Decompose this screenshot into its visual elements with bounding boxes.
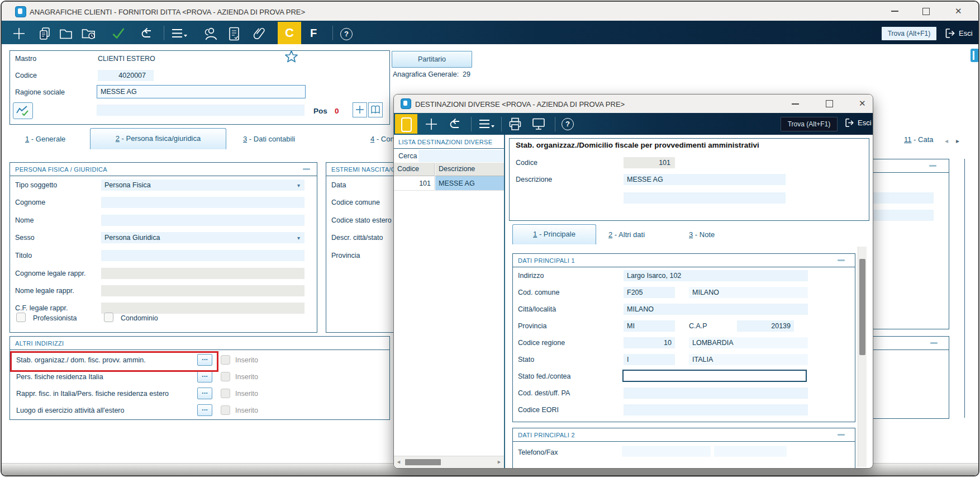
classificazione-clienti-button[interactable]: C: [278, 22, 301, 44]
tab-altri-dati[interactable]: 2 - Altri dati: [608, 230, 645, 239]
divider: [872, 172, 949, 173]
confirm-check-icon[interactable]: [111, 26, 126, 41]
stato-field[interactable]: I: [624, 354, 675, 365]
undo-icon[interactable]: [448, 117, 463, 131]
maximize-icon[interactable]: [922, 8, 930, 15]
modal-descrizione2-field[interactable]: [624, 192, 786, 204]
menu-icon[interactable]: [170, 26, 185, 41]
luogo-esercizio-estero-dots-button[interactable]: ...: [197, 404, 212, 416]
codice-eori-field[interactable]: [624, 404, 808, 415]
attachment-icon[interactable]: [252, 26, 267, 41]
side-panel-toggle-icon[interactable]: [971, 49, 979, 62]
nome-field[interactable]: [101, 215, 305, 226]
print-icon[interactable]: [508, 117, 522, 131]
fornitori-button[interactable]: F: [310, 27, 317, 40]
modal-vertical-scrollbar[interactable]: [858, 247, 867, 467]
tipo-soggetto-dropdown[interactable]: Persona Fisica▾: [101, 180, 305, 191]
telefono-field[interactable]: [622, 446, 711, 457]
cognome-legale-field: [101, 268, 305, 279]
provincia-label: Provincia: [518, 323, 546, 330]
estremi-panel-title: ESTREMI NASCITA/C: [331, 166, 396, 173]
minimize-icon[interactable]: [792, 103, 799, 105]
open-folder-icon[interactable]: [59, 26, 73, 41]
book-lookup-button[interactable]: [368, 102, 383, 117]
folder-history-icon[interactable]: [81, 26, 96, 41]
cf-legale-label: C.F. legale rappr.: [15, 305, 68, 313]
close-icon[interactable]: ✕: [859, 99, 866, 107]
modal-descrizione-label: Descrizione: [516, 176, 552, 184]
cognome-field[interactable]: [101, 197, 305, 208]
condominio-checkbox[interactable]: [104, 313, 113, 322]
stato-fed-input[interactable]: [622, 370, 807, 382]
extra-description-field[interactable]: [97, 105, 305, 116]
modal-descrizione-field[interactable]: MESSE AG: [624, 174, 786, 185]
tab-note[interactable]: 3 - Note: [689, 230, 715, 239]
contacts-icon[interactable]: [203, 26, 217, 41]
provincia-field[interactable]: MI: [624, 320, 675, 332]
add-icon[interactable]: [424, 117, 439, 131]
collapse-minus-icon[interactable]: [838, 434, 845, 436]
collapse-minus-icon[interactable]: [303, 168, 310, 170]
chevron-down-icon: ▾: [297, 182, 300, 188]
panel-toggle-button[interactable]: [395, 114, 417, 134]
professionista-checkbox[interactable]: [16, 313, 26, 322]
sesso-dropdown[interactable]: Persona Giuridica▾: [101, 232, 305, 243]
tab-principale[interactable]: 1 - Principale: [512, 224, 596, 244]
scroll-left-icon[interactable]: ◄: [396, 460, 401, 465]
collapse-minus-icon[interactable]: [838, 259, 845, 261]
divider: [872, 350, 949, 350]
tab-persona-fisica-giuridica[interactable]: 2 - Persona fisica/giuridica: [90, 128, 226, 149]
tab-dati-contabili[interactable]: 3 - Dati contabili: [243, 135, 295, 143]
tabs-scroll-right-icon[interactable]: ▸: [956, 137, 959, 145]
collapse-minus-icon[interactable]: [930, 342, 938, 344]
list-row-descrizione[interactable]: MESSE AG: [435, 176, 504, 191]
copy-record-icon[interactable]: [37, 26, 52, 41]
monitor-icon[interactable]: [531, 117, 546, 131]
pers-fisiche-italia-dots-button[interactable]: ...: [197, 371, 212, 382]
column-header-codice[interactable]: Codice: [394, 163, 435, 176]
undo-icon[interactable]: [139, 26, 154, 41]
cod-dest-field[interactable]: [624, 388, 808, 399]
document-notes-icon[interactable]: [227, 26, 242, 41]
stab-organizaz-dots-button[interactable]: ...: [197, 354, 212, 366]
citta-field[interactable]: MILANO: [624, 304, 808, 315]
andamento-chart-button[interactable]: [13, 102, 33, 119]
indirizzo-field[interactable]: Largo Isarco, 102: [624, 270, 808, 281]
scrollbar-thumb[interactable]: [859, 259, 865, 355]
ragione-sociale-input[interactable]: [97, 85, 306, 98]
partitario-button[interactable]: Partitario: [392, 51, 472, 68]
collapse-minus-icon[interactable]: [929, 165, 936, 167]
trova-button[interactable]: Trova (Alt+F1): [882, 27, 936, 40]
cod-comune-field[interactable]: F205: [624, 287, 675, 298]
modal-codice-label: Codice: [516, 159, 537, 167]
list-row-codice[interactable]: 101: [394, 176, 435, 191]
stab-organizaz-label: Stab. organizaz./ dom. fisc. provv. ammi…: [16, 357, 146, 365]
trova-button[interactable]: Trova (Alt+F1): [781, 117, 838, 131]
minimize-icon[interactable]: [891, 11, 898, 12]
help-icon[interactable]: ?: [562, 118, 574, 130]
codice-field[interactable]: 4020007: [98, 70, 154, 81]
tab-generale[interactable]: 1 - Generale: [25, 135, 65, 143]
fax-field[interactable]: [714, 446, 787, 457]
esci-button[interactable]: Esci: [844, 117, 872, 128]
scroll-right-icon[interactable]: ►: [497, 460, 502, 465]
inserito-label: Inserito: [235, 374, 258, 381]
menu-icon[interactable]: [478, 117, 496, 132]
tab-catalogo[interactable]: 11 - Cata: [904, 135, 934, 144]
add-position-button[interactable]: [353, 102, 367, 117]
list-horizontal-scrollbar[interactable]: ◄ ►: [394, 456, 504, 469]
maximize-icon[interactable]: [826, 100, 833, 107]
column-header-descrizione[interactable]: Descrizione: [435, 163, 504, 176]
rappr-fisc-italia-dots-button[interactable]: ...: [197, 388, 212, 399]
codice-regione-field[interactable]: 10: [624, 337, 675, 348]
cap-field[interactable]: 20139: [737, 320, 794, 332]
esci-button[interactable]: Esci: [944, 27, 973, 39]
help-icon[interactable]: ?: [340, 28, 353, 40]
titolo-field[interactable]: [101, 250, 305, 261]
close-icon[interactable]: ✕: [955, 7, 962, 15]
new-record-icon[interactable]: [12, 26, 26, 41]
cerca-input[interactable]: [418, 150, 503, 162]
tabs-scroll-left-icon[interactable]: ◂: [945, 137, 948, 145]
favorite-star-icon[interactable]: [284, 49, 299, 64]
scrollbar-thumb[interactable]: [405, 459, 441, 465]
